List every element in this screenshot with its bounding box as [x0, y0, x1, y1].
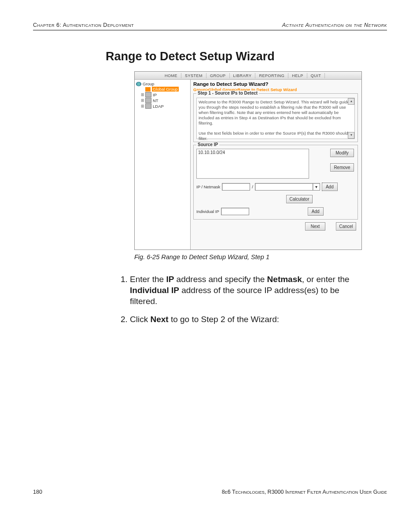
ip-netmask-label: IP / Netmask [196, 184, 220, 189]
menu-help[interactable]: HELP [288, 73, 307, 78]
node-icon [145, 98, 151, 103]
expander-icon[interactable]: ⊞ [140, 104, 144, 108]
tree-nt-label: NT [153, 98, 158, 103]
chevron-down-icon[interactable]: ▾ [313, 183, 320, 191]
panel-title-row: Range to Detect Setup Wizard? [193, 81, 358, 87]
instructions-box: Welcome to the R3000 Range to Detect Set… [196, 98, 355, 139]
menubar: HOME SYSTEM GROUP LIBRARY REPORTING HELP… [135, 72, 361, 80]
modify-button[interactable]: Modify [330, 149, 354, 157]
help-icon[interactable]: ? [265, 81, 268, 87]
tree-ip-label: IP [153, 92, 157, 97]
instruction-list: Enter the IP address and specify the Net… [117, 274, 361, 325]
slash-separator: / [252, 184, 253, 189]
text: , or enter the [302, 275, 350, 284]
node-icon [145, 103, 151, 109]
add-individual-button[interactable]: Add [308, 207, 324, 216]
text: address and specify the [174, 275, 267, 284]
header-left: Chapter 6: Authentication Deployment [33, 22, 134, 28]
expander-icon[interactable]: ⊞ [140, 92, 144, 97]
bold-ip: IP [166, 275, 174, 284]
next-button[interactable]: Next [305, 222, 325, 231]
source-ip-list[interactable]: 10.10.10.0/24 [196, 149, 309, 179]
figure-screenshot: HOME SYSTEM GROUP LIBRARY REPORTING HELP… [134, 71, 387, 250]
tree-ip[interactable]: ⊞ IP [140, 92, 189, 97]
expander-icon[interactable]: ⊞ [140, 98, 144, 103]
bold-netmask: Netmask [267, 275, 302, 284]
instructions-p2: Use the text fields below in order to en… [199, 131, 348, 141]
add-netmask-button[interactable]: Add [322, 183, 338, 191]
source-ip-title: Source IP [196, 142, 219, 147]
menu-home[interactable]: HOME [161, 73, 181, 78]
ip-input[interactable] [222, 183, 250, 191]
wizard-nav: Next Cancel [193, 222, 358, 231]
instruction-1: Enter the IP address and specify the Net… [130, 274, 361, 307]
ip-netmask-row: IP / Netmask / ▾ Add [196, 183, 355, 191]
globe-icon [136, 82, 141, 86]
instruction-2: Click Next to go to Step 2 of the Wizard… [130, 314, 361, 325]
individual-ip-input[interactable] [221, 208, 249, 215]
menu-library[interactable]: LIBRARY [230, 73, 256, 78]
header-right: Activate Authentication on the Network [282, 22, 387, 28]
tree-ldap-label: LDAP [153, 104, 164, 109]
individual-ip-row: Individual IP Add [196, 207, 355, 216]
step1-title: Step 1 - Source IPs to Detect [196, 91, 259, 95]
calculator-button[interactable]: Calculator [286, 195, 313, 203]
figure-caption: Fig. 6-25 Range to Detect Setup Wizard, … [134, 253, 387, 261]
group-icon [145, 87, 151, 92]
source-ip-groupbox: Source IP 10.10.10.0/24 Modify Remove IP… [193, 145, 358, 220]
step1-groupbox: Step 1 - Source IPs to Detect Welcome to… [193, 93, 358, 142]
node-icon [145, 92, 151, 97]
scroll-up-icon[interactable]: ▴ [348, 98, 354, 105]
page-number: 180 [33, 489, 42, 495]
footer-title: 8e6 Technologies, R3000 Internet Filter … [222, 489, 387, 495]
page-footer: 180 8e6 Technologies, R3000 Internet Fil… [33, 489, 387, 495]
wizard-panel: Range to Detect Setup Wizard? Group>Glob… [191, 80, 361, 249]
text: Enter the [130, 275, 166, 284]
instructions-p1: Welcome to the R3000 Range to Detect Set… [199, 99, 350, 125]
individual-ip-label: Individual IP [196, 209, 219, 214]
cancel-button[interactable]: Cancel [336, 222, 356, 231]
app-window: HOME SYSTEM GROUP LIBRARY REPORTING HELP… [134, 71, 362, 250]
tree-global-label: Global Group [152, 87, 179, 92]
tree-root-label: Group [143, 81, 154, 86]
tree-root[interactable]: Group [136, 81, 189, 86]
source-ip-entry[interactable]: 10.10.10.0/24 [198, 150, 225, 155]
menu-reporting[interactable]: REPORTING [255, 73, 288, 78]
tree-global-group[interactable]: Global Group [140, 87, 189, 92]
text: to go to Step 2 of the Wizard: [169, 315, 279, 324]
netmask-select[interactable]: ▾ [255, 183, 320, 191]
tree-nt[interactable]: ⊞ NT [140, 98, 189, 103]
menu-group[interactable]: GROUP [206, 73, 230, 78]
nav-tree: Group Global Group ⊞ IP ⊞ NT [135, 80, 191, 249]
running-header: Chapter 6: Authentication Deployment Act… [33, 22, 387, 30]
menu-system[interactable]: SYSTEM [181, 73, 206, 78]
bold-individual-ip: Individual IP [130, 286, 179, 295]
bold-next: Next [150, 315, 168, 324]
panel-title: Range to Detect Setup Wizard [193, 81, 265, 87]
menu-quit[interactable]: QUIT [307, 73, 325, 78]
section-heading: Range to Detect Setup Wizard [106, 50, 387, 63]
remove-button[interactable]: Remove [330, 163, 354, 172]
tree-ldap[interactable]: ⊞ LDAP [140, 103, 189, 109]
text: Click [130, 315, 150, 324]
scroll-down-icon[interactable]: ▾ [348, 132, 354, 139]
